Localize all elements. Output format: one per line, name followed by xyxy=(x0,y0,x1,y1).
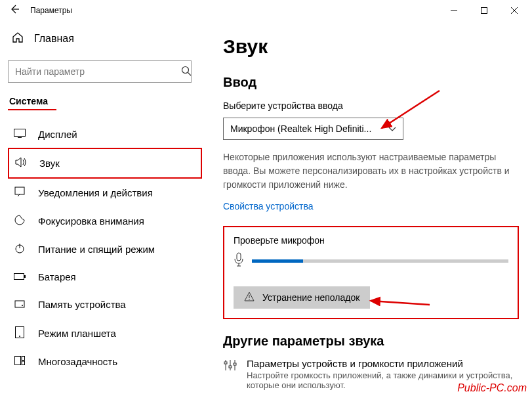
power-icon xyxy=(13,243,26,255)
search-input[interactable] xyxy=(8,60,192,83)
sliders-icon xyxy=(223,359,237,374)
troubleshoot-button[interactable]: Устранение неполадок xyxy=(234,286,370,309)
sidebar-item-label: Многозадачность xyxy=(38,356,117,367)
sidebar-item-label: Память устройства xyxy=(38,299,126,310)
sidebar-item-storage[interactable]: Память устройства xyxy=(8,290,202,319)
svg-rect-14 xyxy=(237,253,241,261)
minimize-button[interactable] xyxy=(439,0,469,21)
dropdown-value: Микрофон (Realtek High Definiti... xyxy=(230,123,371,134)
sidebar-item-notifications[interactable]: Уведомления и действия xyxy=(8,179,202,207)
window-title: Параметры xyxy=(30,6,439,15)
svg-rect-12 xyxy=(22,357,25,361)
svg-rect-17 xyxy=(229,366,232,368)
sidebar-item-label: Фокусировка внимания xyxy=(38,215,144,227)
sidebar-item-power[interactable]: Питание и спящий режим xyxy=(8,235,202,263)
sound-icon xyxy=(14,157,28,169)
svg-point-8 xyxy=(22,305,23,306)
sidebar-item-label: Питание и спящий режим xyxy=(38,244,155,255)
svg-rect-18 xyxy=(234,363,236,365)
device-properties-link[interactable]: Свойства устройства xyxy=(223,201,519,211)
page-title: Звук xyxy=(223,35,519,58)
section-label: Система xyxy=(8,96,202,109)
sidebar-item-display[interactable]: Дисплей xyxy=(8,121,202,148)
other-heading: Другие параметры звука xyxy=(223,334,519,349)
focus-icon xyxy=(13,215,26,227)
app-volume-title: Параметры устройств и громкости приложен… xyxy=(247,358,519,369)
svg-rect-0 xyxy=(481,8,487,14)
troubleshoot-label: Устранение неполадок xyxy=(262,292,359,303)
svg-rect-13 xyxy=(22,361,25,365)
select-device-label: Выберите устройства ввода xyxy=(223,100,519,111)
svg-rect-7 xyxy=(15,301,24,307)
chevron-down-icon xyxy=(388,123,396,134)
display-icon xyxy=(13,129,26,140)
sidebar-item-label: Батарея xyxy=(38,271,76,282)
maximize-button[interactable] xyxy=(469,0,499,21)
sidebar-item-sound[interactable]: Звук xyxy=(8,148,202,179)
home-icon xyxy=(12,32,24,46)
svg-point-15 xyxy=(249,299,249,299)
warning-icon xyxy=(244,292,255,303)
svg-rect-11 xyxy=(15,357,21,365)
home-link[interactable]: Главная xyxy=(8,26,202,55)
input-heading: Ввод xyxy=(223,75,519,90)
search-icon xyxy=(181,66,192,79)
input-device-dropdown[interactable]: Микрофон (Realtek High Definiti... xyxy=(223,118,403,140)
sidebar-item-multitask[interactable]: Многозадачность xyxy=(8,348,202,375)
sidebar-item-label: Режим планшета xyxy=(38,328,116,339)
svg-rect-2 xyxy=(14,129,26,137)
annotation-underline xyxy=(8,109,56,110)
svg-rect-3 xyxy=(15,187,24,194)
notifications-icon xyxy=(13,187,26,199)
sidebar-item-focus[interactable]: Фокусировка внимания xyxy=(8,207,202,235)
storage-icon xyxy=(13,298,26,311)
home-label: Главная xyxy=(34,33,74,45)
sidebar-item-label: Звук xyxy=(39,158,60,169)
sidebar-item-label: Дисплей xyxy=(38,129,77,140)
main-content: Звук Ввод Выберите устройства ввода Микр… xyxy=(210,21,532,398)
test-mic-label: Проверьте микрофон xyxy=(234,235,508,246)
sidebar-item-battery[interactable]: Батарея xyxy=(8,263,202,290)
mic-level-meter xyxy=(252,259,508,263)
multitask-icon xyxy=(13,356,26,367)
svg-rect-5 xyxy=(14,274,24,280)
svg-rect-16 xyxy=(224,362,227,364)
microphone-icon xyxy=(234,252,244,269)
input-description: Некоторые приложения используют настраив… xyxy=(223,150,512,192)
back-button[interactable] xyxy=(3,4,26,17)
sidebar-item-tablet[interactable]: Режим планшета xyxy=(8,319,202,348)
tablet-icon xyxy=(13,326,26,340)
svg-point-1 xyxy=(182,67,189,74)
svg-point-10 xyxy=(19,336,20,337)
watermark: Public-PC.com xyxy=(457,382,527,394)
sidebar: Главная Система Дисплей Звук Уведомления… xyxy=(0,21,210,398)
sidebar-item-label: Уведомления и действия xyxy=(38,187,153,198)
svg-rect-6 xyxy=(24,275,26,278)
close-button[interactable] xyxy=(499,0,529,21)
battery-icon xyxy=(13,271,26,282)
annotation-box: Проверьте микрофон Устранение неполадок xyxy=(223,226,519,319)
